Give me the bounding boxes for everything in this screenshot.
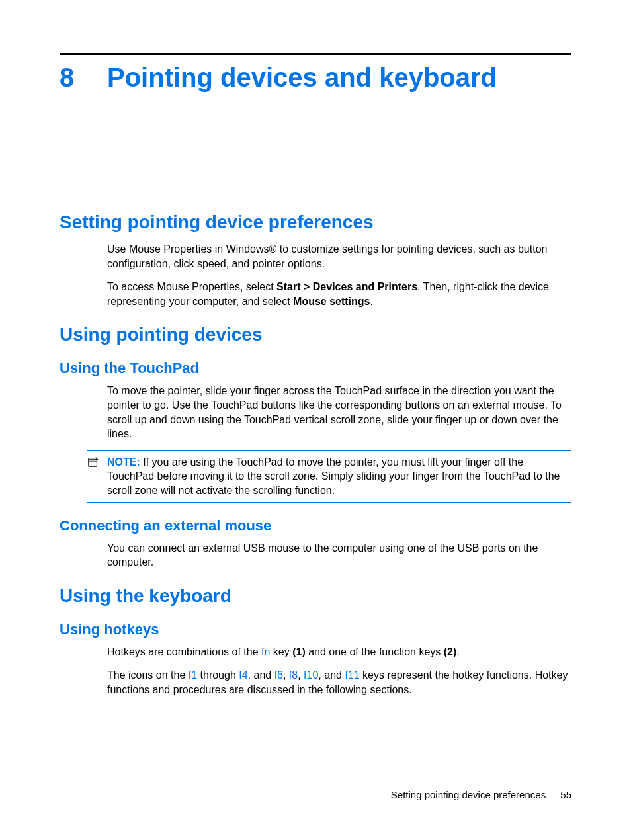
- note-icon: [87, 456, 103, 471]
- key-f6: f6: [274, 669, 283, 681]
- key-f1: f1: [189, 669, 197, 681]
- note-text: If you are using the TouchPad to move th…: [107, 456, 560, 496]
- text: and one of the function keys: [306, 646, 444, 657]
- text: .: [370, 296, 373, 307]
- paragraph: To move the pointer, slide your finger a…: [107, 384, 571, 441]
- bold-text: (1): [292, 646, 306, 657]
- chapter-number: 8: [60, 63, 107, 93]
- bold-text: Mouse settings: [293, 296, 370, 307]
- footer-page-number: 55: [560, 789, 571, 800]
- note-block: NOTE: If you are using the TouchPad to m…: [87, 450, 571, 503]
- subheading-touchpad: Using the TouchPad: [60, 360, 571, 377]
- key-f4: f4: [239, 669, 247, 681]
- key-f8: f8: [289, 669, 298, 681]
- text: ,: [298, 669, 304, 681]
- subheading-external-mouse: Connecting an external mouse: [60, 517, 571, 534]
- paragraph: The icons on the f1 through f4, and f6, …: [107, 668, 571, 696]
- heading-using-keyboard: Using the keyboard: [60, 585, 571, 607]
- chapter-rule: [60, 53, 571, 55]
- text: Hotkeys are combinations of the: [107, 646, 261, 657]
- text: through: [197, 669, 239, 681]
- heading-setting-preferences: Setting pointing device preferences: [60, 212, 571, 233]
- chapter-title: Pointing devices and keyboard: [107, 63, 497, 93]
- chapter-header: 8 Pointing devices and keyboard: [60, 63, 571, 93]
- key-fn: fn: [261, 646, 270, 657]
- key-f11: f11: [345, 669, 359, 681]
- text: .: [456, 646, 459, 657]
- text: key: [270, 646, 292, 657]
- bold-text: Start > Devices and Printers: [276, 281, 417, 292]
- heading-using-pointing-devices: Using pointing devices: [60, 324, 571, 345]
- text: The icons on the: [107, 669, 189, 681]
- text: To access Mouse Properties, select: [107, 281, 276, 292]
- key-f10: f10: [304, 669, 318, 681]
- footer-section: Setting pointing device preferences: [391, 789, 546, 800]
- text: , and: [318, 669, 345, 681]
- text: , and: [248, 669, 274, 681]
- note-content: NOTE: If you are using the TouchPad to m…: [107, 455, 571, 498]
- text: ,: [283, 669, 289, 681]
- paragraph: To access Mouse Properties, select Start…: [107, 280, 571, 308]
- paragraph: Hotkeys are combinations of the fn key (…: [107, 645, 571, 659]
- paragraph: Use Mouse Properties in Windows® to cust…: [107, 242, 571, 271]
- paragraph: You can connect an external USB mouse to…: [107, 541, 571, 569]
- bold-text: (2): [444, 646, 457, 657]
- page-footer: Setting pointing device preferences 55: [391, 789, 571, 800]
- note-label: NOTE:: [107, 456, 140, 468]
- subheading-hotkeys: Using hotkeys: [60, 621, 571, 638]
